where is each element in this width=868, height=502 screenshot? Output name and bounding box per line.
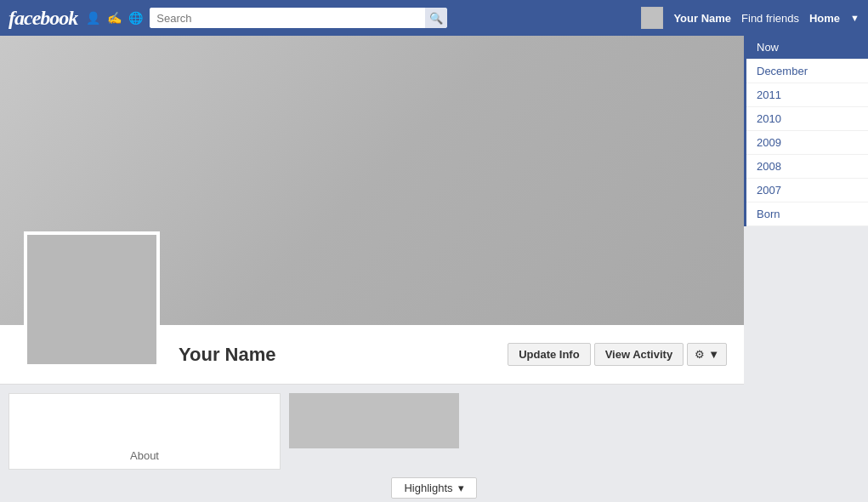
- gear-icon: ⚙: [695, 348, 705, 361]
- highlights-bar: Highlights ▾: [0, 474, 868, 502]
- main-content: Your Name Update Info View Activity ⚙ ▼ …: [0, 36, 868, 502]
- nav-icons: 👤 ✍ 🌐: [86, 11, 143, 25]
- messages-icon[interactable]: ✍: [107, 11, 122, 25]
- timeline-sidebar: NowDecember20112010200920082007Born: [744, 36, 868, 502]
- search-button[interactable]: 🔍: [425, 8, 447, 28]
- right-content-area: [289, 393, 735, 470]
- gear-dropdown-arrow: ▼: [708, 348, 719, 361]
- facebook-logo: facebook: [9, 7, 77, 30]
- friends-icon[interactable]: 👤: [86, 11, 100, 25]
- timeline-item[interactable]: 2007: [746, 179, 868, 203]
- gear-settings-button[interactable]: ⚙ ▼: [687, 343, 727, 366]
- view-activity-button[interactable]: View Activity: [594, 343, 684, 366]
- timeline-item[interactable]: 2008: [746, 155, 868, 179]
- highlights-button[interactable]: Highlights ▾: [391, 477, 476, 499]
- profile-area: Your Name Update Info View Activity ⚙ ▼ …: [0, 36, 744, 502]
- profile-actions: Update Info View Activity ⚙ ▼: [508, 343, 727, 366]
- content-placeholder: [289, 393, 459, 448]
- timeline-item[interactable]: Now: [746, 36, 868, 60]
- profile-picture: [24, 231, 160, 368]
- timeline-item[interactable]: 2009: [746, 131, 868, 155]
- timeline-item[interactable]: 2011: [746, 83, 868, 107]
- navbar: facebook 👤 ✍ 🌐 🔍 Your Name Find friends …: [0, 0, 868, 36]
- user-name-link[interactable]: Your Name: [673, 12, 731, 25]
- profile-body: About: [0, 385, 744, 478]
- nav-right: Your Name Find friends Home ▼: [641, 7, 859, 29]
- search-bar: 🔍: [150, 8, 447, 28]
- highlights-label: Highlights: [404, 482, 452, 494]
- update-info-button[interactable]: Update Info: [508, 343, 591, 366]
- find-friends-link[interactable]: Find friends: [741, 12, 799, 25]
- home-link[interactable]: Home: [809, 12, 840, 25]
- avatar: [641, 7, 663, 29]
- timeline-nav: NowDecember20112010200920082007Born: [744, 36, 868, 226]
- timeline-item[interactable]: Born: [746, 203, 868, 226]
- about-label: About: [130, 449, 159, 462]
- notifications-icon[interactable]: 🌐: [128, 11, 143, 25]
- timeline-item[interactable]: 2010: [746, 107, 868, 131]
- timeline-item[interactable]: December: [746, 60, 868, 83]
- left-sidebar-panel: About: [9, 393, 281, 470]
- chevron-down-icon[interactable]: ▼: [850, 13, 859, 23]
- search-input[interactable]: [150, 8, 425, 28]
- profile-name: Your Name: [179, 344, 508, 366]
- highlights-chevron-icon: ▾: [458, 482, 464, 494]
- cover-photo: [0, 36, 744, 325]
